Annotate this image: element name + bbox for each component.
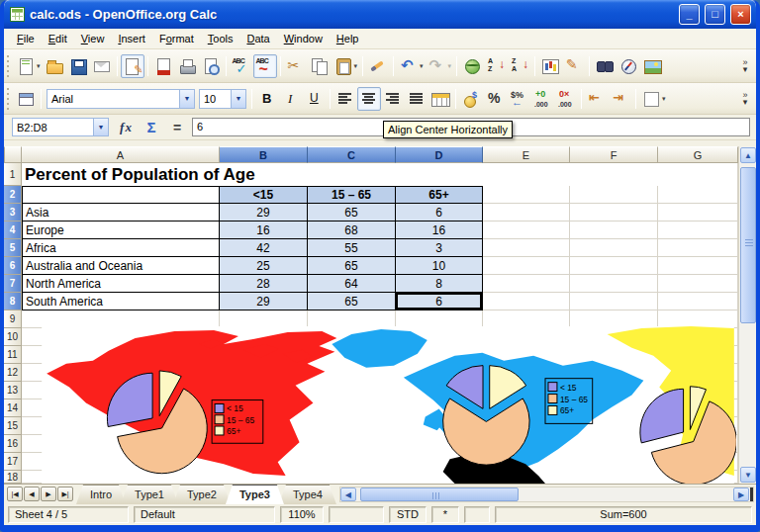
row-header-6[interactable]: 6 (4, 257, 22, 275)
italic-button[interactable] (279, 87, 303, 111)
borders-button[interactable]: ▾ (639, 87, 668, 111)
cell[interactable]: 3 (396, 239, 483, 257)
undo-button[interactable]: ▾ (397, 54, 426, 78)
name-box-dropdown[interactable]: ▼ (93, 119, 108, 135)
row-header-12[interactable]: 12 (4, 364, 22, 382)
row-header-4[interactable]: 4 (4, 222, 22, 239)
bold-button[interactable] (255, 87, 279, 111)
cell[interactable]: <15 (220, 186, 308, 204)
row-header-14[interactable]: 14 (4, 399, 22, 417)
menu-window[interactable]: Window (277, 31, 330, 46)
align-right-button[interactable] (381, 87, 405, 111)
function-wizard-button[interactable]: f x (115, 118, 137, 137)
edit-file-button[interactable] (121, 54, 144, 78)
horizontal-scrollbar[interactable]: ◀ ▶ (339, 487, 754, 502)
cell[interactable]: 42 (220, 239, 308, 257)
cell[interactable]: 29 (220, 293, 308, 310)
toolbar-overflow-button[interactable]: »▾ (738, 59, 752, 73)
cell[interactable]: 10 (396, 257, 483, 275)
row-header-2[interactable]: 2 (4, 186, 22, 204)
sheet-split-handle[interactable] (750, 488, 753, 501)
function-button[interactable]: = (166, 118, 188, 137)
paste-dropdown-arrow[interactable]: ▾ (354, 62, 358, 70)
active-cell-D8[interactable]: 6 (396, 293, 483, 310)
cell[interactable] (570, 293, 658, 310)
cell[interactable]: 25 (220, 257, 308, 275)
cell[interactable]: 16 (396, 222, 483, 239)
number-format-currency-button[interactable] (459, 87, 483, 111)
show-draw-functions-button[interactable] (562, 54, 586, 78)
cell[interactable]: 65 (308, 204, 396, 222)
row-header-13[interactable]: 13 (4, 382, 22, 399)
next-sheet-button[interactable]: ▶ (41, 487, 56, 501)
cell[interactable]: Africa (22, 239, 220, 257)
column-header-G[interactable]: G (658, 146, 738, 163)
cell[interactable]: 68 (308, 222, 396, 239)
styles-and-formatting-button[interactable] (14, 87, 38, 111)
increase-indent-button[interactable] (609, 87, 632, 111)
print-button[interactable] (175, 54, 199, 78)
toolbar-overflow-button[interactable]: »▾ (738, 92, 752, 106)
copy-button[interactable] (308, 54, 332, 78)
previous-sheet-button[interactable]: ◀ (24, 487, 40, 501)
row-header-8[interactable]: 8 (4, 293, 22, 310)
cell[interactable] (658, 275, 738, 293)
font-name-combo[interactable]: Arial▼ (47, 89, 195, 109)
underline-button[interactable] (303, 87, 327, 111)
decrease-indent-button[interactable] (585, 87, 609, 111)
row-header-17[interactable]: 17 (4, 453, 22, 471)
row-header-9[interactable]: 9 (4, 310, 22, 328)
cell[interactable] (570, 239, 658, 257)
scroll-down-arrow[interactable]: ▼ (740, 467, 756, 483)
delete-decimal-place-button[interactable] (554, 87, 578, 111)
select-all-corner[interactable] (4, 146, 22, 163)
sum-button[interactable]: Σ (141, 118, 162, 137)
save-button[interactable] (66, 54, 90, 78)
cell[interactable]: 65 (308, 293, 396, 310)
cell[interactable]: 15 – 65 (308, 186, 396, 204)
cell[interactable] (658, 222, 738, 239)
cell[interactable] (658, 204, 738, 222)
menu-view[interactable]: View (74, 31, 112, 46)
paste-button[interactable]: ▾ (332, 54, 360, 78)
gallery-button[interactable] (640, 54, 664, 78)
row-header-5[interactable]: 5 (4, 239, 22, 257)
menu-file[interactable]: File (10, 31, 42, 46)
maximize-button[interactable]: □ (705, 4, 725, 25)
export-as-pdf-button[interactable] (151, 54, 175, 78)
row-header-1[interactable]: 1 (4, 163, 22, 186)
column-header-F[interactable]: F (570, 146, 658, 163)
menu-edit[interactable]: Edit (42, 31, 74, 46)
cell[interactable] (483, 186, 570, 204)
cell[interactable]: Asia (22, 204, 220, 222)
find-and-replace-button[interactable] (593, 54, 617, 78)
cell[interactable]: 28 (220, 275, 308, 293)
menu-help[interactable]: Help (330, 31, 366, 46)
status-selection-mode[interactable]: STD (389, 506, 427, 523)
menu-format[interactable]: Format (152, 31, 201, 46)
vertical-scroll-thumb[interactable] (740, 167, 756, 323)
email-document-button[interactable] (90, 54, 114, 78)
status-page-style[interactable]: Default (134, 506, 275, 523)
status-zoom[interactable]: 110% (280, 506, 324, 523)
column-header-A[interactable]: A (22, 146, 220, 163)
cell[interactable] (658, 186, 738, 204)
align-left-button[interactable] (333, 87, 357, 111)
row-header-7[interactable]: 7 (4, 275, 22, 293)
cell[interactable] (483, 257, 570, 275)
sheet-tab-type3[interactable]: Type3 (226, 485, 284, 504)
cell[interactable] (483, 293, 570, 310)
align-center-horizontally-button[interactable] (357, 87, 381, 111)
cell[interactable] (570, 204, 658, 222)
cell[interactable] (570, 275, 658, 293)
cell[interactable] (483, 222, 570, 239)
row-header-10[interactable]: 10 (4, 328, 22, 346)
justified-button[interactable] (405, 87, 428, 111)
sheet-tab-intro[interactable]: Intro (76, 485, 126, 504)
cell[interactable]: South America (22, 293, 220, 310)
cell[interactable]: 6 (396, 204, 483, 222)
cell[interactable]: 55 (308, 239, 396, 257)
titlebar[interactable]: calc.ods - OpenOffice.org Calc _ □ × (4, 0, 756, 29)
scroll-up-arrow[interactable]: ▲ (740, 147, 756, 163)
name-box[interactable]: B2:D8 ▼ (12, 118, 109, 136)
